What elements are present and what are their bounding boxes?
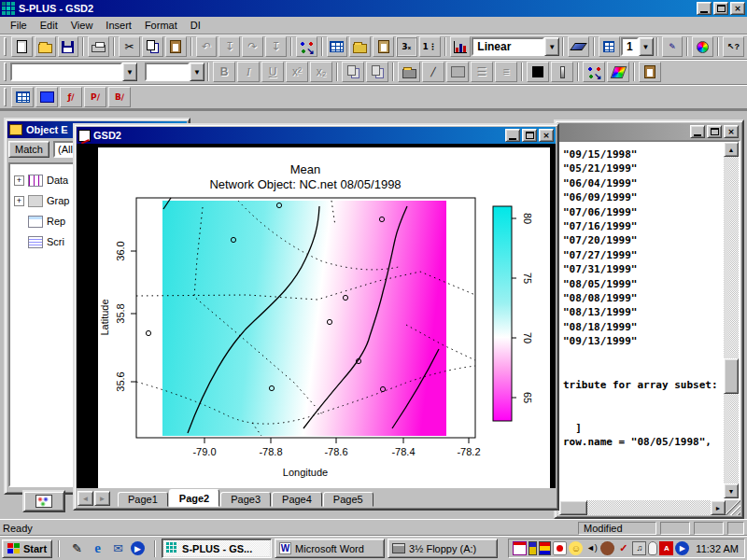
menu-edit[interactable]: Edit [34,18,64,33]
bold-button[interactable]: B [213,62,235,82]
tab-scroll-right-button[interactable]: ► [94,491,110,506]
tray-monitor-icon[interactable] [553,541,567,555]
font-size-combo[interactable]: ▼ [145,63,204,81]
axis-scale-combo[interactable]: Linear ▼ [472,37,559,56]
close-button[interactable]: × [730,2,745,15]
script-titlebar[interactable]: × [557,123,740,140]
redo-button[interactable]: ↷ [242,36,263,57]
paste-special-button[interactable] [639,62,661,82]
tab-page3[interactable]: Page3 [220,492,271,507]
graph-tools-button[interactable]: ✎ [662,36,684,57]
insert-graph-button[interactable] [349,36,371,57]
scroll-right-button[interactable]: ► [711,500,726,515]
page-layout-button[interactable] [599,36,620,57]
shape-palette-button[interactable] [607,62,629,82]
menu-file[interactable]: File [4,18,34,33]
tray-agent-icon[interactable]: ☺ [569,541,583,555]
expand-icon[interactable]: + [14,196,24,206]
gsd2-restore-button[interactable] [522,129,537,142]
menu-insert[interactable]: Insert [99,18,138,33]
import-button[interactable]: ↧ [218,36,240,57]
print-button[interactable] [88,36,109,57]
copy-button[interactable] [142,36,163,57]
superscript-button[interactable]: x² [286,62,308,82]
gsd2-close-button[interactable]: × [539,129,554,142]
chevron-down-icon[interactable]: ▼ [544,37,559,56]
chevron-down-icon[interactable]: ▼ [122,63,137,81]
menu-view[interactable]: View [64,18,100,33]
surface-3d-button[interactable] [568,36,589,57]
menu-di[interactable]: DI [184,18,207,33]
colorbar-button[interactable] [551,62,573,82]
menu-format[interactable]: Format [138,18,184,33]
object-stack-button[interactable] [373,36,394,57]
tray-display-icon[interactable] [539,541,551,555]
px-plot-button[interactable]: P∕ [84,87,106,107]
subscript-button[interactable]: x₂ [310,62,332,82]
new-datasheet-button[interactable] [327,36,348,57]
fx-plot-button[interactable]: ƒ∕ [60,87,82,107]
media-player-icon[interactable]: ▶ [131,541,145,555]
active-data-button[interactable] [35,87,58,107]
vertical-scrollbar[interactable]: ▲ ▼ [724,142,739,498]
fill-color-button[interactable] [398,62,420,82]
resize-grip[interactable] [726,500,740,515]
graph-palette-button[interactable] [583,62,605,82]
horizontal-scroll-thumb[interactable] [559,500,587,515]
script-minimize-button[interactable] [690,125,705,138]
italic-button[interactable]: I [237,62,260,82]
task-word-button[interactable]: W Microsoft Word [275,539,385,558]
chart-type-button[interactable] [450,36,472,57]
task-splus-button[interactable]: S-PLUS - GS... [162,539,272,558]
task-floppy-button[interactable]: 3½ Floppy (A:) [388,539,498,558]
tray-ati-icon[interactable]: A [659,541,673,555]
scroll-up-button[interactable]: ▲ [724,142,739,157]
conditioning-button[interactable]: 3ₓ [396,36,417,57]
fill-pattern-button[interactable] [446,62,469,82]
script-close-button[interactable]: × [724,125,739,138]
tray-pen-check-icon[interactable]: ✓ [616,541,630,555]
toolbar-handle[interactable] [4,63,7,81]
set-points-button[interactable]: 1⋮ [419,36,441,57]
color-palette-button[interactable] [692,36,713,57]
desktop-shortcut-icon[interactable]: ✎ [69,540,85,556]
underline-button[interactable]: U [261,62,284,82]
tray-battery-icon[interactable] [529,541,537,555]
minimized-window-button[interactable] [22,490,65,512]
tray-character-icon[interactable] [600,541,614,555]
export-button[interactable]: ↧ [265,36,287,57]
table-grid-button[interactable] [11,87,34,107]
internet-explorer-icon[interactable]: e [90,540,106,556]
context-help-button[interactable]: ↖? [723,36,744,57]
tab-page2[interactable]: Page2 [169,489,219,507]
chevron-down-icon[interactable]: ▼ [639,37,654,56]
vertical-scroll-thumb[interactable] [724,358,739,394]
tray-realplayer-icon[interactable]: ▶ [675,541,689,555]
toolbar-handle[interactable] [4,37,7,56]
paste-button[interactable] [165,36,187,57]
scroll-down-button[interactable]: ▼ [724,483,739,498]
script-restore-button[interactable] [707,125,722,138]
toolbar-handle[interactable] [4,88,7,106]
horizontal-scrollbar[interactable]: ► [557,500,726,515]
align-left-button[interactable]: ☰ [471,62,493,82]
tray-mouse-icon[interactable] [648,541,657,555]
match-button[interactable]: Match [8,141,49,158]
legend-button[interactable] [527,62,549,82]
save-button[interactable] [58,36,79,57]
gsd2-titlebar[interactable]: GSD2 × [77,127,556,144]
page-number-combo[interactable]: 1 ▼ [621,37,654,56]
tab-scroll-left-button[interactable]: ◄ [78,491,93,506]
tray-music-player-icon[interactable]: ♫ [632,541,646,555]
gsd2-minimize-button[interactable] [505,129,520,142]
tab-page5[interactable]: Page5 [323,492,374,507]
new-document-button[interactable] [11,36,33,57]
bx-plot-button[interactable]: B∕ [108,87,131,107]
align-center-button[interactable]: ≡ [495,62,517,82]
undo-button[interactable]: ↶ [196,36,218,57]
chevron-down-icon[interactable]: ▼ [190,63,204,81]
tray-volume-icon[interactable]: ◄) [585,541,599,555]
tab-page4[interactable]: Page4 [272,492,322,507]
link-data-button[interactable] [296,36,317,57]
tray-scheduler-icon[interactable] [513,541,527,555]
